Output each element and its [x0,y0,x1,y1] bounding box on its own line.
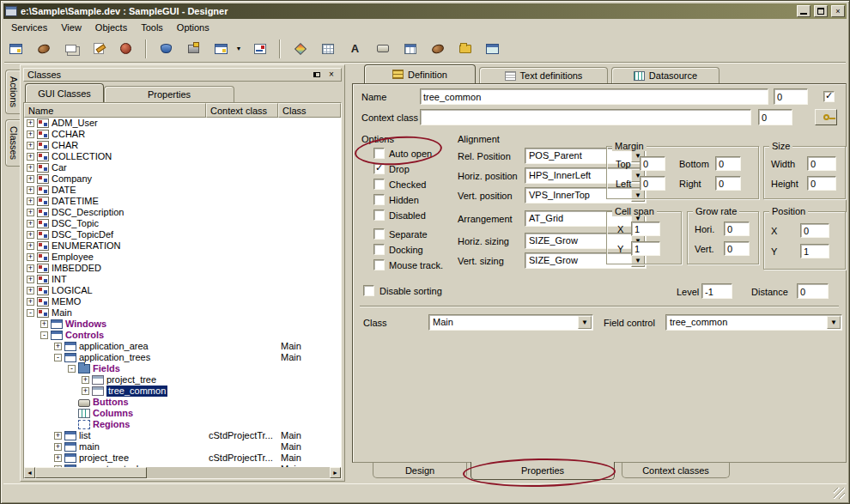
expander-icon[interactable]: + [27,153,34,161]
panel-close-button[interactable]: × [325,70,337,81]
side-tab-classes[interactable]: Classes [5,119,20,167]
docking-checkbox[interactable] [373,244,385,255]
menu-view[interactable]: View [54,21,88,34]
tab-properties-left[interactable]: Properties [104,86,234,102]
expander-icon[interactable]: + [27,220,34,228]
window-button[interactable] [481,38,504,60]
expander-icon[interactable]: + [27,186,34,194]
menu-services[interactable]: Services [4,21,54,34]
expander-icon[interactable]: + [82,387,89,395]
hidden-checkbox[interactable] [373,194,385,205]
name-input[interactable] [420,88,768,105]
expander-icon[interactable]: - [68,365,76,373]
tree-row[interactable]: Regions [24,419,341,430]
tree-row[interactable]: +CCHAR [24,129,341,140]
expander-icon[interactable]: + [27,197,34,205]
tree-row[interactable]: +DSC_TopicDef [24,229,341,240]
position-x-input[interactable] [800,223,829,238]
cell-span-y-input[interactable] [631,241,660,256]
expander-icon[interactable]: + [27,242,34,250]
margin-left-input[interactable] [640,176,665,191]
tree-row[interactable]: +Employee [24,252,341,263]
preview-button[interactable] [248,38,271,60]
control-button[interactable] [371,38,394,60]
title-bar[interactable]: e:\Sample\Sample.dev : SampleGUI - Desig… [3,3,847,19]
tree-row[interactable]: +DATE [24,185,341,196]
font-button[interactable]: A [343,38,367,60]
expander-icon[interactable]: + [27,276,34,283]
tree-row[interactable]: +Windows [24,319,341,330]
tab-context-classes[interactable]: Context classes [622,463,730,478]
tree-row[interactable]: +DSC_Description [24,207,341,218]
margin-right-input[interactable] [715,176,741,191]
tab-gui-classes[interactable]: GUI Classes [25,83,104,102]
tree-row-selected[interactable]: +tree_common [24,386,341,397]
grid-button[interactable] [316,38,339,60]
tree-row[interactable]: +MEMO [24,296,341,307]
position-y-input[interactable] [800,244,829,258]
tree-row[interactable]: +Car [24,162,341,173]
height-input[interactable] [807,176,836,191]
drop-checkbox[interactable] [373,163,385,174]
name-checkbox[interactable] [823,91,835,102]
tree-row[interactable]: +INT [24,274,341,285]
expander-icon[interactable]: - [27,309,34,317]
forms-dropdown-button[interactable]: ▼ [234,38,244,60]
expander-icon[interactable]: + [27,209,34,216]
settings-button[interactable] [114,38,137,60]
expander-icon[interactable]: + [54,443,62,451]
tree-row[interactable]: +IMBEDDED [24,263,341,274]
mouse-track-checkbox[interactable] [373,259,385,270]
table-button[interactable] [398,38,422,60]
grow-rate-hori-input[interactable] [724,222,750,236]
level-input[interactable] [701,283,732,299]
expander-icon[interactable]: - [40,331,48,339]
tab-text-definitions[interactable]: Text definitions [479,67,608,83]
tree-row[interactable]: -application_treesMain [24,352,341,363]
tree-row[interactable]: +DATETIME [24,196,341,207]
tree-row[interactable]: +LOGICAL [24,285,341,296]
print-button[interactable] [155,38,178,60]
menu-tools[interactable]: Tools [134,21,170,34]
scrollbar-thumb[interactable] [35,467,147,478]
name-number-input[interactable] [774,88,808,105]
context-number-input[interactable] [758,109,792,125]
tree-row[interactable]: +listcStdProjectTr...Main [24,430,341,441]
tree-row[interactable]: +application_areaMain [24,341,341,352]
field-control-combo[interactable]: tree_common▼ [665,314,842,331]
compile-button[interactable] [32,38,55,60]
tree-row[interactable]: +Company [24,173,341,185]
expander-icon[interactable]: + [27,175,34,183]
tab-definition[interactable]: Definition [364,64,476,83]
close-button[interactable]: × [831,5,845,17]
class-combo[interactable]: Main▼ [428,314,593,331]
column-header-class[interactable]: Class [278,103,341,118]
scroll-right-button[interactable]: ► [330,467,341,478]
tree-row[interactable]: +ENUMERATION [24,240,341,252]
checked-checkbox[interactable] [373,179,385,190]
menu-options[interactable]: Options [170,21,216,34]
expander-icon[interactable]: + [27,142,34,149]
expander-icon[interactable]: + [27,264,34,272]
side-tab-actions[interactable]: Actions [5,70,20,114]
maximize-button[interactable] [814,5,828,17]
context-class-input[interactable] [420,109,751,125]
column-header-name[interactable]: Name [24,103,206,118]
deploy-button[interactable] [182,38,205,60]
disabled-checkbox[interactable] [373,209,385,221]
open-folder-button[interactable] [453,38,477,60]
expander-icon[interactable]: + [54,343,62,350]
tree-row[interactable]: -Controls [24,330,341,341]
expander-icon[interactable]: + [27,253,34,261]
expander-icon[interactable]: + [27,164,34,172]
scroll-left-button[interactable]: ◄ [24,467,35,478]
expander-icon[interactable]: + [27,231,34,239]
expander-icon[interactable]: + [54,432,62,440]
tree-row[interactable]: -Fields [24,363,341,374]
tree-row[interactable]: +ADM_User [24,118,341,129]
tree-row[interactable]: -Main [24,307,341,319]
expander-icon[interactable]: + [54,454,62,462]
resize-grip[interactable] [834,488,845,499]
tree-row[interactable]: Columns [24,408,341,419]
grow-rate-vert-input[interactable] [724,241,750,256]
